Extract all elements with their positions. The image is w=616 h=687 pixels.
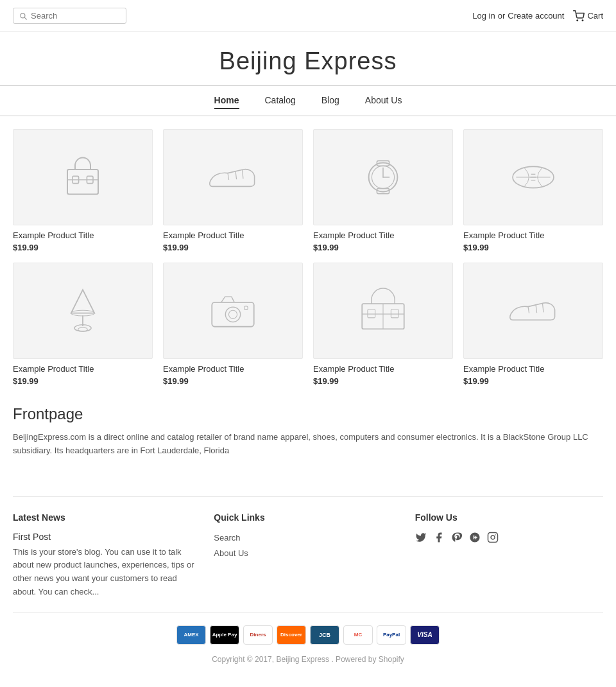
product-image <box>313 129 453 225</box>
create-account-link[interactable]: Create account <box>508 11 564 21</box>
powered-by: . Powered by Shopify <box>331 655 404 664</box>
product-card[interactable]: Example Product Title $19.99 <box>163 129 303 252</box>
frontpage-text: BeljingExpress.com is a direct online an… <box>13 431 603 458</box>
copyright: Copyright © 2017, Beijing Express . Powe… <box>13 655 603 664</box>
search-input[interactable] <box>31 11 121 21</box>
product-image <box>163 263 303 359</box>
first-post-title: First Post <box>13 532 201 542</box>
svg-rect-28 <box>391 309 398 318</box>
quick-link-search[interactable]: Search <box>214 532 402 545</box>
product-card[interactable]: Example Product Title $19.99 <box>13 129 153 252</box>
auth-area: Log in or Create account Cart <box>472 10 603 22</box>
product-title: Example Product Title <box>13 364 153 374</box>
product-card[interactable]: Example Product Title $19.99 <box>313 129 453 252</box>
footer-latest-news-title: Latest News <box>13 512 201 523</box>
product-title: Example Product Title <box>463 230 603 240</box>
header: Log in or Create account Cart <box>0 0 616 32</box>
product-image <box>313 263 453 359</box>
product-image <box>13 129 153 225</box>
cart-icon-area: Cart <box>573 10 603 22</box>
products-grid: Example Product Title $19.99 Example Pro… <box>13 129 603 386</box>
product-title: Example Product Title <box>313 230 453 240</box>
payment-section: AMEX Apple Pay Diners Discover JCB MC Pa… <box>13 612 603 677</box>
site-title: Beijing Express <box>0 32 616 85</box>
product-card[interactable]: Example Product Title $19.99 <box>463 129 603 252</box>
product-title: Example Product Title <box>13 230 153 240</box>
products-section: Example Product Title $19.99 Example Pro… <box>0 116 616 399</box>
svg-rect-27 <box>368 309 375 318</box>
cart-link[interactable]: Cart <box>587 11 603 21</box>
bag2-icon <box>357 285 409 336</box>
google-plus-icon[interactable] <box>469 532 481 546</box>
lamp-icon <box>57 285 108 336</box>
footer-col-quick-links: Quick Links Search About Us <box>214 512 402 599</box>
football-icon <box>508 152 559 203</box>
payment-diners: Diners <box>243 625 273 645</box>
quick-link-about[interactable]: About Us <box>214 547 402 561</box>
facebook-icon[interactable] <box>433 532 445 546</box>
payment-icons: AMEX Apple Pay Diners Discover JCB MC Pa… <box>13 625 603 645</box>
nav-catalog[interactable]: Catalog <box>265 92 296 109</box>
store-name-link[interactable]: Beijing Express <box>276 655 329 664</box>
footer-col-latest-news: Latest News First Post This is your stor… <box>13 512 201 599</box>
product-image <box>463 129 603 225</box>
svg-point-1 <box>583 20 584 21</box>
payment-apple-pay: Apple Pay <box>210 625 239 645</box>
nav-about[interactable]: About Us <box>365 92 402 109</box>
product-title: Example Product Title <box>163 364 303 374</box>
frontpage-heading: Frontpage <box>13 405 603 423</box>
footer: Latest News First Post This is your stor… <box>0 477 616 687</box>
product-title: Example Product Title <box>163 230 303 240</box>
first-post-text: This is your store's blog. You can use i… <box>13 546 201 599</box>
bag-icon <box>57 152 108 203</box>
svg-rect-30 <box>488 532 497 542</box>
product-price: $19.99 <box>313 376 453 386</box>
svg-point-20 <box>78 327 88 331</box>
payment-paypal: PayPal <box>377 625 406 645</box>
cart-icon <box>573 10 585 22</box>
pinterest-icon[interactable] <box>451 532 463 546</box>
quick-links-list: Search About Us <box>214 532 402 561</box>
login-link[interactable]: Log in <box>472 11 495 21</box>
product-card[interactable]: Example Product Title $19.99 <box>313 263 453 386</box>
camera-icon <box>207 285 259 336</box>
search-form[interactable] <box>13 8 126 24</box>
svg-point-24 <box>244 306 248 310</box>
product-price: $19.99 <box>313 243 453 252</box>
search-icon <box>19 12 28 21</box>
product-price: $19.99 <box>463 376 603 386</box>
or-separator: or <box>498 11 506 21</box>
payment-visa: VISA <box>410 625 440 645</box>
product-image <box>13 263 153 359</box>
svg-point-0 <box>577 20 578 21</box>
svg-rect-21 <box>212 302 253 327</box>
watch-icon <box>357 152 409 203</box>
product-title: Example Product Title <box>313 364 453 374</box>
product-image <box>163 129 303 225</box>
product-card[interactable]: Example Product Title $19.99 <box>463 263 603 386</box>
frontpage-section: Frontpage BeljingExpress.com is a direct… <box>0 399 616 477</box>
footer-follow-us-title: Follow Us <box>415 512 603 523</box>
payment-discover: Discover <box>277 625 306 645</box>
payment-jcb: JCB <box>310 625 339 645</box>
nav-blog[interactable]: Blog <box>321 92 339 109</box>
social-icons <box>415 532 603 546</box>
payment-mastercard: MC <box>343 625 373 645</box>
product-price: $19.99 <box>13 376 153 386</box>
product-card[interactable]: Example Product Title $19.99 <box>163 263 303 386</box>
instagram-icon[interactable] <box>487 532 499 546</box>
svg-point-23 <box>228 310 237 318</box>
footer-quick-links-title: Quick Links <box>214 512 402 523</box>
copyright-text: Copyright © 2017, <box>212 655 274 664</box>
product-price: $19.99 <box>163 376 303 386</box>
main-nav: Home Catalog Blog About Us <box>0 85 616 116</box>
nav-home[interactable]: Home <box>214 92 239 109</box>
product-price: $19.99 <box>163 243 303 252</box>
svg-point-22 <box>225 307 240 322</box>
payment-amex: AMEX <box>176 625 206 645</box>
product-card[interactable]: Example Product Title $19.99 <box>13 263 153 386</box>
twitter-icon[interactable] <box>415 532 427 546</box>
shoe-icon <box>207 152 259 203</box>
product-price: $19.99 <box>13 243 153 252</box>
shoe2-icon <box>508 285 559 336</box>
